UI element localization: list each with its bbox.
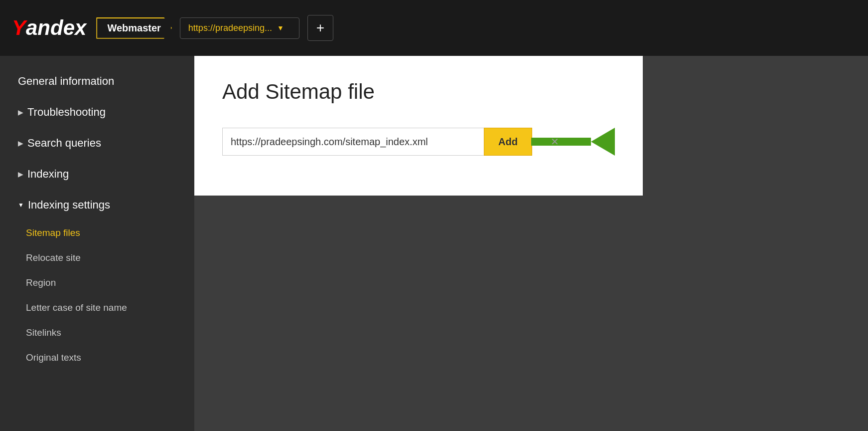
troubleshooting-label: Troubleshooting: [27, 106, 106, 119]
sidebar-item-indexing[interactable]: ▶ Indexing: [0, 159, 194, 190]
general-info-label: General information: [18, 75, 114, 88]
chevron-down-icon: ▼: [277, 24, 284, 32]
sidebar-item-general-info[interactable]: General information: [0, 66, 194, 97]
main-content: Add Sitemap file ✕ Add: [194, 56, 868, 431]
sitemap-input-row: ✕ Add: [222, 128, 615, 156]
chevron-right-icon: ▶: [18, 108, 23, 116]
add-site-button[interactable]: +: [307, 15, 333, 41]
chevron-down-icon-is: ▼: [18, 202, 24, 209]
sidebar-subitem-sitelinks[interactable]: Sitelinks: [0, 320, 194, 345]
logo-rest: andex: [26, 16, 86, 40]
site-url-label: https://pradeepsing...: [188, 23, 272, 33]
indexing-settings-label: Indexing settings: [28, 199, 110, 212]
logo-y: Y: [12, 16, 26, 40]
site-selector[interactable]: https://pradeepsing... ▼: [180, 17, 299, 39]
webmaster-badge: Webmaster: [96, 17, 171, 39]
logo: Yandex: [12, 16, 86, 40]
sidebar-item-indexing-settings[interactable]: ▼ Indexing settings: [0, 190, 194, 220]
sitemap-url-input[interactable]: [222, 128, 484, 156]
content-card: Add Sitemap file ✕ Add: [194, 56, 643, 196]
chevron-right-icon-sq: ▶: [18, 139, 23, 147]
sidebar-subitem-region[interactable]: Region: [0, 270, 194, 295]
sidebar-subitem-original-texts[interactable]: Original texts: [0, 345, 194, 370]
arrow-head-icon: [591, 128, 615, 156]
sidebar-subitem-letter-case[interactable]: Letter case of site name: [0, 295, 194, 320]
chevron-right-icon-idx: ▶: [18, 170, 23, 178]
clear-input-button[interactable]: ✕: [545, 128, 565, 156]
page-title: Add Sitemap file: [222, 80, 615, 104]
indexing-label: Indexing: [27, 168, 69, 181]
sidebar: General information ▶ Troubleshooting ▶ …: [0, 56, 194, 431]
sidebar-item-search-queries[interactable]: ▶ Search queries: [0, 128, 194, 159]
sidebar-subitem-sitemap-files[interactable]: Sitemap files: [0, 220, 194, 245]
search-queries-label: Search queries: [27, 137, 101, 150]
header: Yandex Webmaster https://pradeepsing... …: [0, 0, 868, 56]
layout: General information ▶ Troubleshooting ▶ …: [0, 56, 868, 431]
sidebar-submenu: Sitemap files Relocate site Region Lette…: [0, 220, 194, 370]
sidebar-subitem-relocate-site[interactable]: Relocate site: [0, 245, 194, 270]
sidebar-item-troubleshooting[interactable]: ▶ Troubleshooting: [0, 97, 194, 128]
add-sitemap-button[interactable]: Add: [484, 128, 532, 156]
